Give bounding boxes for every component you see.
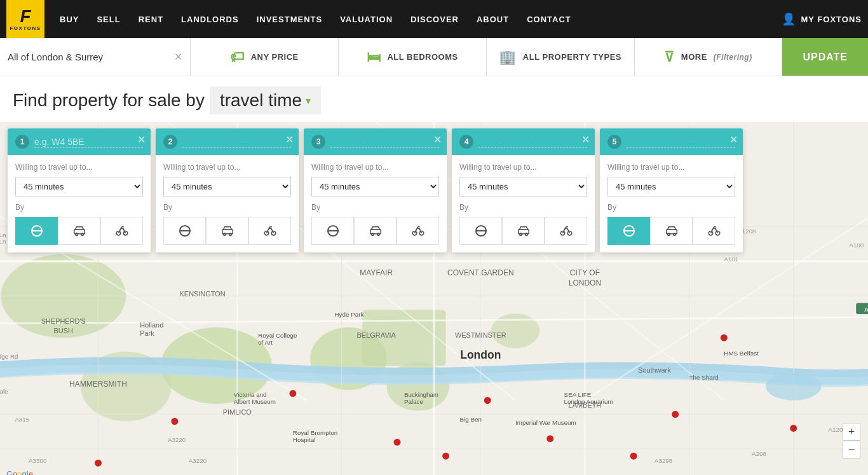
svg-text:A3220: A3220 <box>168 436 186 443</box>
card-close-icon-3[interactable]: ✕ <box>433 134 442 146</box>
nav-link-sell[interactable]: SELL <box>88 0 129 38</box>
svg-text:London Aquarium: London Aquarium <box>564 398 613 405</box>
card-by-label-3: By <box>311 203 439 212</box>
bedrooms-filter[interactable]: 🛏 ALL BEDROOMS <box>339 38 487 76</box>
card-travel-label-3: Willing to travel up to... <box>311 163 439 172</box>
transport-car-btn-4[interactable] <box>502 217 545 245</box>
svg-point-127 <box>667 233 670 236</box>
zoom-in-button[interactable]: + <box>843 423 860 441</box>
transport-tube-btn-3[interactable] <box>311 217 354 245</box>
svg-text:Park: Park <box>140 329 154 337</box>
card-time-select-4[interactable]: 15 minutes 30 minutes 45 minutes 60 minu… <box>459 177 587 196</box>
card-time-select-2[interactable]: 15 minutes 30 minutes 45 minutes 60 minu… <box>163 177 291 196</box>
zoom-out-button[interactable]: − <box>843 441 860 458</box>
transport-tube-btn-1[interactable] <box>15 217 58 245</box>
card-close-icon-4[interactable]: ✕ <box>581 134 590 146</box>
transport-bike-btn-2[interactable] <box>248 217 291 245</box>
transport-car-btn-5[interactable] <box>650 217 693 245</box>
card-number-2: 2 <box>163 135 177 149</box>
card-close-icon-5[interactable]: ✕ <box>729 134 738 146</box>
svg-text:CITY OF: CITY OF <box>570 268 600 277</box>
svg-text:A208: A208 <box>752 450 766 457</box>
transport-tube-btn-2[interactable] <box>163 217 206 245</box>
svg-text:A101: A101 <box>724 256 738 263</box>
transport-car-btn-2[interactable] <box>206 217 248 245</box>
clear-search-icon[interactable]: ✕ <box>174 51 182 63</box>
property-type-filter[interactable]: 🏢 ALL PROPERTY TYPES <box>487 38 635 76</box>
svg-text:PIMLICO: PIMLICO <box>223 408 252 416</box>
nav-link-contact[interactable]: CONTACT <box>518 0 580 38</box>
svg-point-108 <box>264 231 268 235</box>
bedrooms-icon: 🛏 <box>367 49 381 65</box>
svg-text:of Art: of Art <box>258 339 273 346</box>
card-location-input-2[interactable] <box>182 137 291 148</box>
svg-text:Hospital: Hospital <box>293 436 316 443</box>
transport-icons-3 <box>311 217 439 245</box>
svg-text:A3220: A3220 <box>189 457 207 464</box>
card-header-4: 4 ✕ <box>452 128 595 155</box>
travel-cards: 1 ✕ Willing to travel up to... 15 minute… <box>8 128 743 252</box>
card-header-5: 5 ✕ <box>600 128 743 155</box>
transport-tube-btn-5[interactable] <box>607 217 650 245</box>
nav-link-buy[interactable]: BUY <box>51 0 88 38</box>
card-time-select-1[interactable]: 15 minutes 30 minutes 45 minutes 60 minu… <box>15 177 143 196</box>
price-icon: 🏷 <box>230 49 245 65</box>
svg-point-115 <box>412 231 416 235</box>
card-body-3: Willing to travel up to... 15 minutes 30… <box>304 155 447 252</box>
transport-tube-btn-4[interactable] <box>459 217 502 245</box>
svg-text:Action Ln: Action Ln <box>0 231 6 238</box>
card-time-select-3[interactable]: 15 minutes 30 minutes 45 minutes 60 minu… <box>311 177 439 196</box>
more-filter[interactable]: ⊽ MORE (Filtering) <box>635 38 783 76</box>
nav-link-rent[interactable]: RENT <box>130 0 172 38</box>
nav-right[interactable]: 👤 MY FOXTONS <box>782 12 862 26</box>
price-label: ANY PRICE <box>251 52 299 62</box>
bedrooms-label: ALL BEDROOMS <box>387 52 458 62</box>
card-location-input-3[interactable] <box>330 137 439 148</box>
svg-point-57 <box>289 390 296 397</box>
card-close-icon-1[interactable]: ✕ <box>137 134 146 146</box>
svg-text:Victoria and: Victoria and <box>234 391 267 398</box>
svg-point-62 <box>630 453 637 460</box>
svg-point-101 <box>116 231 120 235</box>
nav-link-landlords[interactable]: LANDLORDS <box>172 0 248 38</box>
svg-point-26 <box>766 373 822 401</box>
svg-point-54 <box>484 397 491 404</box>
svg-text:LONDON: LONDON <box>569 279 601 287</box>
transport-bike-btn-4[interactable] <box>545 217 587 245</box>
travel-time-button[interactable]: travel time ▾ <box>210 86 321 114</box>
transport-bike-btn-1[interactable] <box>100 217 143 245</box>
card-body-5: Willing to travel up to... 15 minutes 30… <box>600 155 743 252</box>
nav-link-valuation[interactable]: VALUATION <box>331 0 402 38</box>
svg-point-99 <box>75 233 78 236</box>
card-location-input-1[interactable] <box>34 137 143 148</box>
transport-bike-btn-5[interactable] <box>693 217 735 245</box>
more-label: MORE <box>681 52 707 62</box>
nav-link-about[interactable]: ABOUT <box>468 0 518 38</box>
svg-text:A3298: A3298 <box>654 457 673 464</box>
card-time-select-5[interactable]: 15 minutes 30 minutes 45 minutes 60 minu… <box>607 177 735 196</box>
svg-text:A100: A100 <box>849 242 864 249</box>
svg-point-59 <box>95 460 102 467</box>
card-header-1: 1 ✕ <box>8 128 151 155</box>
nav-link-investments[interactable]: INVESTMENTS <box>248 0 331 38</box>
svg-text:SEA LIFE: SEA LIFE <box>564 391 592 398</box>
travel-card-4: 4 ✕ Willing to travel up to... 15 minute… <box>452 128 595 252</box>
transport-bike-btn-3[interactable] <box>397 217 439 245</box>
card-location-input-5[interactable] <box>627 137 735 148</box>
update-button[interactable]: UPDATE <box>782 38 868 76</box>
filter-icon: ⊽ <box>664 49 675 65</box>
property-type-icon: 🏢 <box>499 49 517 65</box>
svg-point-129 <box>709 231 712 235</box>
nav-link-discover[interactable]: DISCOVER <box>402 0 468 38</box>
search-input[interactable] <box>8 52 169 62</box>
transport-car-btn-1[interactable] <box>58 217 100 245</box>
filtering-label: (Filtering) <box>714 53 752 62</box>
card-location-input-4[interactable] <box>478 137 587 148</box>
card-close-icon-2[interactable]: ✕ <box>285 134 294 146</box>
svg-point-53 <box>721 334 728 341</box>
find-header-prefix: Find property for sale by <box>13 90 205 111</box>
svg-point-61 <box>672 411 679 418</box>
foxtons-logo[interactable]: F Foxtons <box>6 0 44 38</box>
transport-car-btn-3[interactable] <box>354 217 397 245</box>
price-filter[interactable]: 🏷 ANY PRICE <box>191 38 339 76</box>
